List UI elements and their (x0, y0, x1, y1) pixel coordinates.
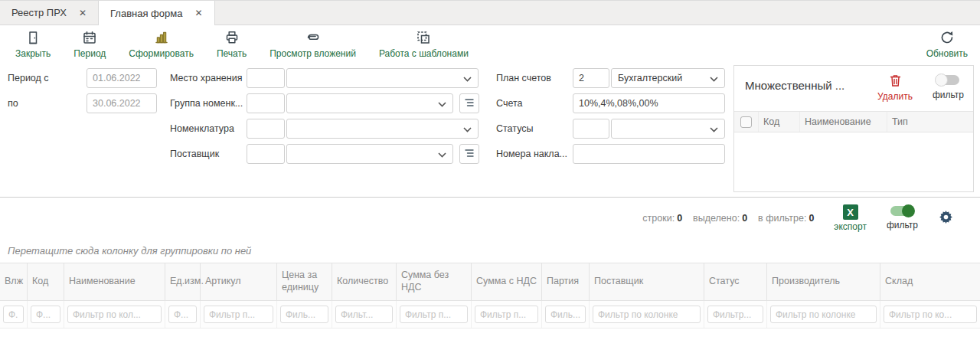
grid-counters: строки:0 выделено:0 в фильтре:0 (642, 213, 814, 224)
filter-panel: Период с по Место хранения Группа номенк… (0, 65, 980, 197)
nom-group-code-input[interactable] (247, 93, 285, 113)
toggle-knob (935, 74, 948, 87)
generate-icon (154, 29, 169, 46)
chevron-down-icon (438, 98, 446, 109)
filter-cell (165, 301, 201, 328)
supplier-select[interactable] (286, 144, 453, 164)
settings-button[interactable] (938, 209, 954, 227)
column-header[interactable]: Производитель (767, 263, 880, 300)
nomenclature-code-input[interactable] (247, 119, 285, 139)
column-filter-input[interactable] (707, 306, 763, 323)
column-header[interactable]: Статус (704, 263, 767, 300)
supplier-tree-button[interactable] (459, 144, 479, 164)
grid-filter-label: фильтр (887, 220, 918, 230)
column-filter-input[interactable] (204, 306, 273, 323)
invoice-numbers-input[interactable] (573, 144, 725, 164)
toolbar-label: Сформировать (129, 48, 194, 59)
tab-reestr-prh[interactable]: Реестр ПРХ ✕ (0, 1, 99, 25)
close-icon[interactable]: ✕ (79, 8, 87, 18)
period-from-input[interactable] (87, 68, 157, 88)
generate-button[interactable]: Сформировать (129, 29, 194, 59)
column-header[interactable]: Поставщик (590, 263, 704, 300)
column-filter-input[interactable] (884, 306, 977, 323)
panel-column-header[interactable]: Код (759, 112, 800, 132)
templates-button[interactable]: Работа с шаблонами (379, 29, 469, 59)
column-header[interactable]: Цена за единицу (277, 263, 332, 300)
tree-view-icon (464, 148, 475, 161)
column-filter-input[interactable] (770, 306, 877, 323)
filter-cell (542, 301, 590, 328)
panel-column-header[interactable]: Наименование (800, 112, 887, 132)
toggle-knob (902, 204, 915, 217)
export-button[interactable]: X экспорт (834, 204, 867, 232)
column-header[interactable]: Влж (0, 263, 28, 300)
chart-of-accounts-select[interactable]: Бухгалтерский (611, 68, 725, 88)
storage-select[interactable] (286, 68, 479, 88)
column-filter-input[interactable] (545, 306, 586, 323)
chevron-down-icon (710, 73, 718, 84)
column-header[interactable]: Ед.изм. (165, 263, 201, 300)
column-header[interactable]: Сумма без НДС (397, 263, 472, 300)
column-filter-input[interactable] (400, 306, 468, 323)
grid-filter-control: фильтр (887, 206, 918, 230)
close-button[interactable]: Закрыть (15, 29, 51, 59)
panel-column-header[interactable]: Тип (887, 112, 973, 132)
chart-of-accounts-code-input[interactable] (573, 68, 609, 88)
column-filter-input[interactable] (168, 306, 197, 323)
toolbar-label: Работа с шаблонами (379, 48, 469, 59)
supplier-code-input[interactable] (247, 144, 285, 164)
refresh-button[interactable]: Обновить (926, 29, 968, 59)
select-all-checkbox[interactable] (740, 116, 752, 128)
supplier-label: Поставщик (170, 148, 219, 160)
data-grid: строки:0 выделено:0 в фильтре:0 X экспор… (0, 197, 980, 353)
column-header[interactable]: Наименование (64, 263, 165, 300)
column-filter-input[interactable] (67, 306, 162, 323)
close-icon[interactable]: ✕ (194, 8, 202, 18)
accounts-input[interactable] (573, 93, 725, 113)
column-filter-input[interactable] (593, 306, 701, 323)
filter-cell (397, 301, 472, 328)
nom-group-tree-button[interactable] (459, 93, 479, 113)
grid-filter-toggle[interactable] (890, 206, 913, 216)
column-header[interactable]: Склад (880, 263, 980, 300)
column-filter-input[interactable] (3, 306, 24, 323)
nom-group-select[interactable] (286, 93, 453, 113)
delete-button[interactable]: Удалить (877, 74, 913, 102)
column-header[interactable]: Количество (332, 263, 397, 300)
statuses-code-input[interactable] (573, 119, 609, 139)
chevron-down-icon (710, 123, 718, 135)
storage-code-input[interactable] (247, 68, 285, 88)
door-icon (25, 29, 41, 46)
column-filter-input[interactable] (475, 306, 538, 323)
paperclip-icon (305, 29, 322, 46)
toolbar-label: Обновить (926, 48, 968, 59)
column-header[interactable]: Код (28, 263, 64, 300)
nom-group-label: Группа номенк... (170, 97, 243, 109)
toolbar: Закрыть Период Сформировать Печать Просм… (0, 25, 980, 65)
column-filter-input[interactable] (31, 306, 60, 323)
panel-filter-toggle[interactable] (936, 75, 959, 85)
chart-of-accounts-value: Бухгалтерский (618, 73, 682, 83)
column-header[interactable]: Партия (542, 263, 590, 300)
group-by-hint: Перетащите сюда колонку для группировки … (0, 239, 980, 263)
attachments-button[interactable]: Просмотр вложений (270, 29, 356, 59)
column-header[interactable]: Артикул (201, 263, 277, 300)
nomenclature-select[interactable] (286, 119, 479, 139)
grid-header-row: Влж Код Наименование Ед.изм. Артикул Цен… (0, 263, 980, 301)
app-window: Реестр ПРХ ✕ Главная форма ✕ Закрыть Пер… (0, 0, 980, 353)
statuses-select[interactable] (611, 119, 725, 139)
excel-export-icon: X (843, 204, 858, 220)
column-filter-input[interactable] (280, 306, 328, 323)
period-button[interactable]: Период (74, 29, 106, 59)
filter-cell (472, 301, 542, 328)
panel-column-header-row: Код Наименование Тип (734, 111, 973, 132)
period-to-input[interactable] (87, 93, 157, 113)
filter-cell (704, 301, 767, 328)
column-header[interactable]: Сумма с НДС (472, 263, 542, 300)
column-filter-input[interactable] (335, 306, 393, 323)
accounts-label: Счета (496, 97, 522, 109)
panel-title: Множественный ... (745, 79, 877, 92)
print-button[interactable]: Печать (217, 29, 247, 59)
tab-glavnaya-forma[interactable]: Главная форма ✕ (99, 1, 214, 25)
tree-view-icon (464, 97, 475, 110)
